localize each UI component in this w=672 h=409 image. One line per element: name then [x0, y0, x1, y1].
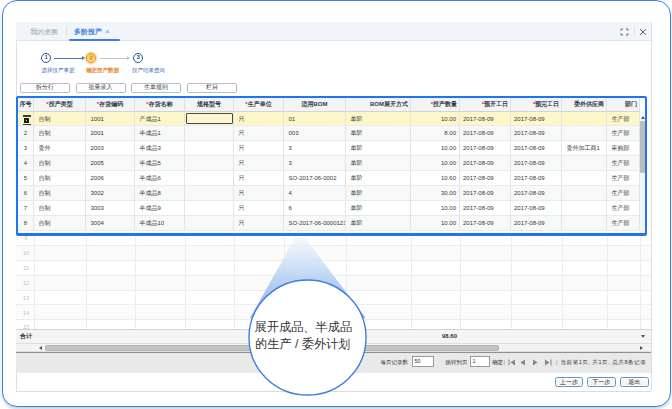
svg-text:的生产 / 委外计划: 的生产 / 委外计划 [255, 337, 350, 351]
svg-text:展开成品、半成品: 展开成品、半成品 [255, 320, 353, 334]
